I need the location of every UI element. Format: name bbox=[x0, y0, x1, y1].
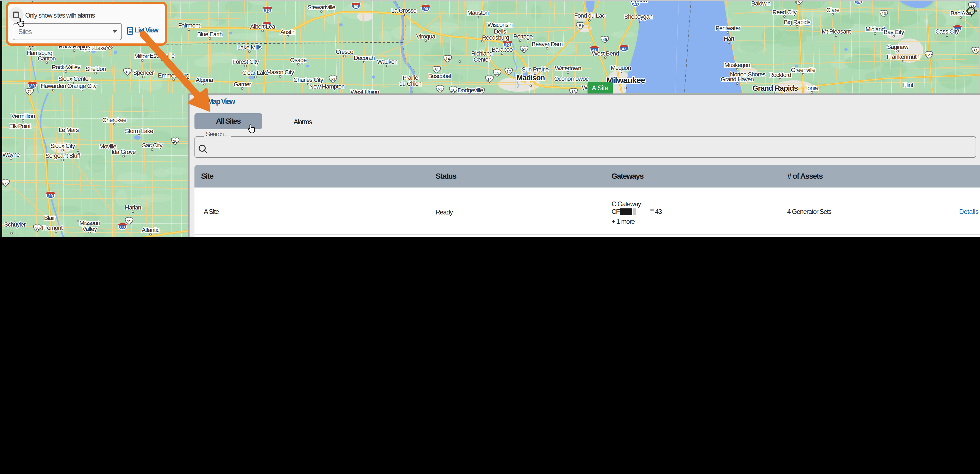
svg-text:Lake Mills: Lake Mills bbox=[237, 44, 262, 51]
svg-text:Muskegon: Muskegon bbox=[724, 62, 750, 69]
svg-text:New Hampton: New Hampton bbox=[309, 83, 344, 90]
svg-text:Dodgeville: Dodgeville bbox=[458, 87, 483, 94]
svg-text:Wisconsin: Wisconsin bbox=[487, 21, 512, 28]
svg-text:Center: Center bbox=[474, 56, 490, 63]
svg-text:Watertown: Watertown bbox=[555, 65, 581, 72]
svg-text:59: 59 bbox=[127, 219, 131, 223]
svg-text:Waukon: Waukon bbox=[377, 58, 398, 65]
svg-text:Le Mars: Le Mars bbox=[59, 126, 79, 133]
svg-text:Schuyler: Schuyler bbox=[4, 221, 25, 228]
svg-text:61: 61 bbox=[434, 68, 439, 72]
svg-text:Mt Pleasant: Mt Pleasant bbox=[821, 28, 851, 35]
svg-text:Grand Haven: Grand Haven bbox=[721, 76, 754, 83]
svg-text:51: 51 bbox=[522, 47, 526, 52]
svg-text:Madison: Madison bbox=[517, 74, 545, 82]
svg-text:Beaver Dam: Beaver Dam bbox=[532, 41, 563, 48]
svg-text:Sergeant Bluff: Sergeant Bluff bbox=[45, 152, 80, 159]
svg-text:Cass City: Cass City bbox=[935, 28, 959, 35]
svg-text:10: 10 bbox=[882, 11, 886, 16]
svg-text:Orange City: Orange City bbox=[67, 83, 97, 89]
svg-text:La Crosse: La Crosse bbox=[391, 7, 417, 14]
svg-text:Valley: Valley bbox=[83, 225, 97, 232]
svg-text:71: 71 bbox=[27, 89, 32, 94]
svg-text:A Site: A Site bbox=[592, 85, 608, 91]
svg-text:Blair: Blair bbox=[44, 214, 55, 221]
svg-text:Viroqua: Viroqua bbox=[417, 33, 436, 40]
svg-text:80: 80 bbox=[120, 225, 125, 229]
svg-text:Boscobel: Boscobel bbox=[428, 73, 451, 80]
svg-text:Reedsburg: Reedsburg bbox=[482, 34, 509, 41]
svg-text:Austin: Austin bbox=[280, 29, 295, 35]
svg-text:Emmetsburg: Emmetsburg bbox=[158, 72, 189, 79]
svg-text:Fond du Lac: Fond du Lac bbox=[574, 12, 605, 19]
svg-text:Sioux Center: Sioux Center bbox=[58, 75, 90, 82]
svg-text:Milford: Milford bbox=[134, 53, 150, 60]
svg-text:Harlan: Harlan bbox=[125, 204, 141, 211]
svg-text:275: 275 bbox=[2, 181, 9, 185]
svg-text:Cresco: Cresco bbox=[336, 48, 353, 55]
svg-text:Midland: Midland bbox=[865, 26, 885, 33]
svg-text:Big Rapids: Big Rapids bbox=[784, 19, 811, 26]
svg-text:Albert Lea: Albert Lea bbox=[250, 23, 275, 30]
svg-text:18: 18 bbox=[125, 70, 130, 74]
svg-text:Algona: Algona bbox=[196, 77, 213, 83]
svg-text:31: 31 bbox=[974, 48, 978, 53]
svg-text:Ida Grove: Ida Grove bbox=[111, 148, 136, 155]
svg-text:45: 45 bbox=[603, 37, 607, 42]
svg-text:61: 61 bbox=[438, 87, 442, 91]
svg-text:14: 14 bbox=[487, 77, 492, 81]
svg-text:Clare: Clare bbox=[826, 6, 839, 13]
svg-text:Ionia: Ionia bbox=[806, 85, 818, 91]
svg-text:West Bend: West Bend bbox=[592, 50, 619, 57]
svg-text:Decorah: Decorah bbox=[354, 54, 375, 61]
svg-text:Garner: Garner bbox=[234, 81, 251, 88]
svg-text:12: 12 bbox=[495, 71, 500, 75]
svg-text:Fairmont: Fairmont bbox=[178, 22, 200, 29]
svg-text:14: 14 bbox=[445, 57, 450, 61]
svg-text:30: 30 bbox=[35, 226, 40, 230]
svg-text:Greenville: Greenville bbox=[791, 67, 816, 73]
svg-text:Grand Rapids: Grand Rapids bbox=[752, 84, 798, 93]
svg-text:Bay City: Bay City bbox=[884, 29, 904, 35]
svg-text:Baraboo: Baraboo bbox=[492, 46, 513, 53]
svg-text:18: 18 bbox=[451, 88, 455, 93]
svg-text:12: 12 bbox=[506, 69, 511, 74]
svg-text:Flint: Flint bbox=[903, 81, 913, 88]
svg-text:Cherokee: Cherokee bbox=[102, 117, 126, 123]
svg-text:35: 35 bbox=[265, 8, 270, 13]
svg-text:Stewartville: Stewartville bbox=[308, 4, 336, 11]
svg-text:20: 20 bbox=[173, 139, 177, 144]
svg-text:Saginaw: Saginaw bbox=[887, 43, 908, 50]
svg-text:Sac City: Sac City bbox=[142, 142, 162, 149]
svg-text:Forest City: Forest City bbox=[232, 58, 259, 65]
svg-text:Canton: Canton bbox=[38, 55, 56, 62]
svg-text:Hawarden: Hawarden bbox=[41, 83, 66, 89]
svg-text:Rockford: Rockford bbox=[769, 72, 791, 78]
svg-text:Storm Lake: Storm Lake bbox=[125, 128, 153, 134]
svg-text:29: 29 bbox=[30, 83, 35, 88]
svg-text:du Chien: du Chien bbox=[399, 80, 422, 87]
svg-text:Frankenmuth: Frankenmuth bbox=[887, 53, 920, 60]
svg-text:43: 43 bbox=[622, 46, 627, 51]
svg-text:Sheldon: Sheldon bbox=[86, 65, 106, 72]
svg-text:Spencer: Spencer bbox=[133, 69, 154, 76]
svg-text:Atlantic: Atlantic bbox=[142, 227, 159, 233]
svg-text:Portage: Portage bbox=[513, 33, 533, 40]
svg-text:63: 63 bbox=[331, 77, 335, 81]
svg-text:Elk Point: Elk Point bbox=[9, 123, 31, 129]
svg-text:Mauston: Mauston bbox=[467, 10, 488, 16]
svg-text:151: 151 bbox=[577, 24, 583, 28]
svg-text:127: 127 bbox=[926, 53, 932, 57]
svg-text:Oconomowoc: Oconomowoc bbox=[554, 75, 589, 82]
svg-text:Osage: Osage bbox=[290, 57, 307, 64]
svg-text:Charles City: Charles City bbox=[293, 77, 323, 83]
svg-text:Vermillion: Vermillion bbox=[11, 113, 35, 120]
svg-text:29: 29 bbox=[48, 193, 53, 198]
svg-text:Hart: Hart bbox=[724, 35, 734, 42]
svg-text:Mequon: Mequon bbox=[611, 64, 631, 71]
svg-text:90: 90 bbox=[423, 6, 428, 11]
svg-text:Wayne: Wayne bbox=[2, 151, 20, 158]
svg-text:90: 90 bbox=[354, 4, 358, 9]
svg-text:Sun Prairie: Sun Prairie bbox=[522, 66, 549, 73]
svg-text:Mason City: Mason City bbox=[266, 69, 294, 76]
